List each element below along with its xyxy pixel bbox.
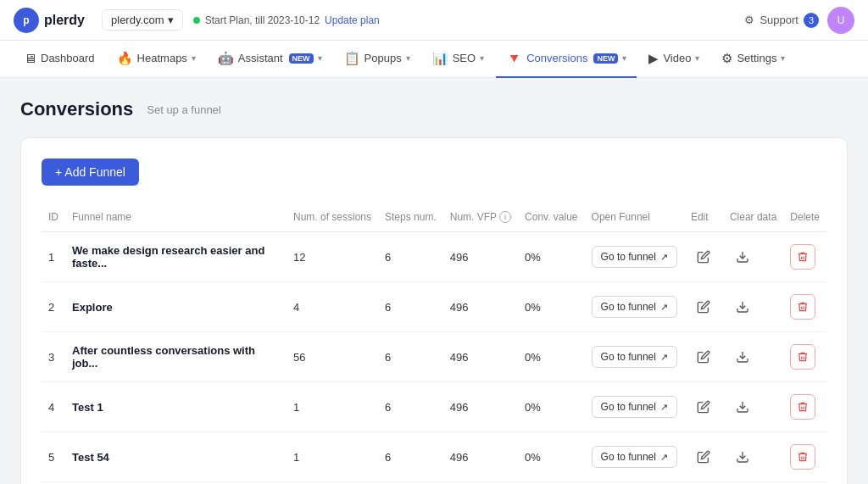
cell-vfp: 496 [443,232,518,282]
page-title: Conversions [20,98,133,120]
nav-item-dashboard[interactable]: 🖥 Dashboard [14,41,105,78]
seo-icon: 📊 [432,51,448,66]
go-to-funnel-button[interactable]: Go to funnel ↗ [592,346,677,368]
main-card: + Add Funnel ID Funnel name Num. of sess… [20,137,848,484]
conversions-icon: 🔻 [506,51,522,66]
nav-item-settings[interactable]: ⚙ Settings ▾ [711,41,795,78]
cell-delete [783,432,826,482]
nav-item-heatmaps[interactable]: 🔥 Heatmaps ▾ [107,41,206,78]
col-steps: Steps num. [378,203,443,232]
nav-item-conversions[interactable]: 🔻 Conversions NEW ▾ [496,41,637,78]
cell-conv: 0% [518,282,584,332]
cell-steps: 6 [378,332,443,382]
nav-label-assistant: Assistant [238,52,283,64]
delete-icon[interactable] [790,244,815,270]
go-to-funnel-button[interactable]: Go to funnel ↗ [592,246,677,268]
delete-icon[interactable] [790,294,815,320]
cell-conv: 0% [518,432,584,482]
cell-steps: 6 [378,432,443,482]
update-plan-link[interactable]: Update plan [325,14,380,26]
nav-label-settings: Settings [737,52,776,64]
nav-label-conversions: Conversions [526,52,587,64]
nav-label-seo: SEO [453,52,476,64]
nav-label-dashboard: Dashboard [41,52,95,64]
edit-icon[interactable] [691,344,716,370]
avatar[interactable]: U [827,7,854,34]
edit-icon[interactable] [691,294,716,320]
cell-name: Test 1 [65,382,287,432]
support-button[interactable]: ⚙ Support 3 [744,13,819,28]
cell-id: 3 [42,332,65,382]
plan-status-dot [193,17,200,24]
external-link-icon: ↗ [660,302,668,313]
plan-badge: Start Plan, till 2023-10-12 Update plan [193,14,380,26]
topbar-right: ⚙ Support 3 U [744,7,854,34]
cell-clear [723,282,783,332]
cell-id: 2 [42,282,65,332]
clear-data-icon[interactable] [730,444,755,470]
vfp-info-icon[interactable]: i [499,211,511,223]
plan-text: Start Plan, till 2023-10-12 [205,14,320,26]
delete-icon[interactable] [790,444,815,470]
nav-label-heatmaps: Heatmaps [137,52,187,64]
delete-icon[interactable] [790,344,815,370]
cell-sessions: 56 [287,332,378,382]
cell-clear [723,432,783,482]
table-row: 5 Test 54 1 6 496 0% Go to funnel ↗ [42,432,826,482]
cell-name: We make design research easier and faste… [65,232,287,282]
chevron-down-icon: ▾ [168,14,174,26]
cell-conv: 0% [518,382,584,432]
chevron-down-icon: ▾ [318,53,322,63]
cell-delete [783,232,826,282]
add-funnel-button[interactable]: + Add Funnel [42,159,139,186]
col-id: ID [42,203,65,232]
cell-delete [783,332,826,382]
cell-conv: 0% [518,232,584,282]
table-row: 3 After countless conversations with job… [42,332,826,382]
logo: p plerdy [14,8,85,33]
cell-clear [723,332,783,382]
nav-label-video: Video [663,52,691,64]
cell-open: Go to funnel ↗ [585,232,684,282]
main-content: Conversions Set up a funnel + Add Funnel… [0,78,868,484]
cell-id: 1 [42,232,65,282]
dashboard-icon: 🖥 [24,51,36,65]
cell-vfp: 496 [443,282,518,332]
nav-item-seo[interactable]: 📊 SEO ▾ [422,41,494,78]
edit-icon[interactable] [691,244,716,270]
cell-vfp: 496 [443,432,518,482]
col-open: Open Funnel [585,203,684,232]
edit-icon[interactable] [691,394,716,420]
cell-conv: 0% [518,332,584,382]
cell-edit [684,282,723,332]
nav-item-popups[interactable]: 📋 Popups ▾ [334,41,420,78]
topbar: p plerdy plerdy.com ▾ Start Plan, till 2… [0,0,868,41]
go-to-funnel-button[interactable]: Go to funnel ↗ [592,446,677,468]
cell-sessions: 4 [287,282,378,332]
chevron-down-icon: ▾ [695,53,699,63]
cell-id: 5 [42,432,65,482]
clear-data-icon[interactable] [730,394,755,420]
go-to-funnel-button[interactable]: Go to funnel ↗ [592,396,677,418]
clear-data-icon[interactable] [730,344,755,370]
support-count: 3 [804,13,819,28]
nav-item-assistant[interactable]: 🤖 Assistant NEW ▾ [208,41,332,78]
cell-edit [684,332,723,382]
site-selector[interactable]: plerdy.com ▾ [102,9,183,31]
clear-data-icon[interactable] [730,244,755,270]
navbar: 🖥 Dashboard 🔥 Heatmaps ▾ 🤖 Assistant NEW… [0,41,868,78]
cell-open: Go to funnel ↗ [585,432,684,482]
external-link-icon: ↗ [660,402,668,413]
go-to-funnel-button[interactable]: Go to funnel ↗ [592,296,677,318]
chevron-down-icon: ▾ [406,53,410,63]
edit-icon[interactable] [691,444,716,470]
clear-data-icon[interactable] [730,294,755,320]
nav-item-video[interactable]: ▶ Video ▾ [638,41,709,78]
chevron-down-icon: ▾ [781,53,785,63]
col-conv: Conv. value [518,203,584,232]
funnels-table: ID Funnel name Num. of sessions Steps nu… [42,203,826,484]
col-sessions: Num. of sessions [287,203,378,232]
table-header-row: ID Funnel name Num. of sessions Steps nu… [42,203,826,232]
cell-edit [684,382,723,432]
delete-icon[interactable] [790,394,815,420]
